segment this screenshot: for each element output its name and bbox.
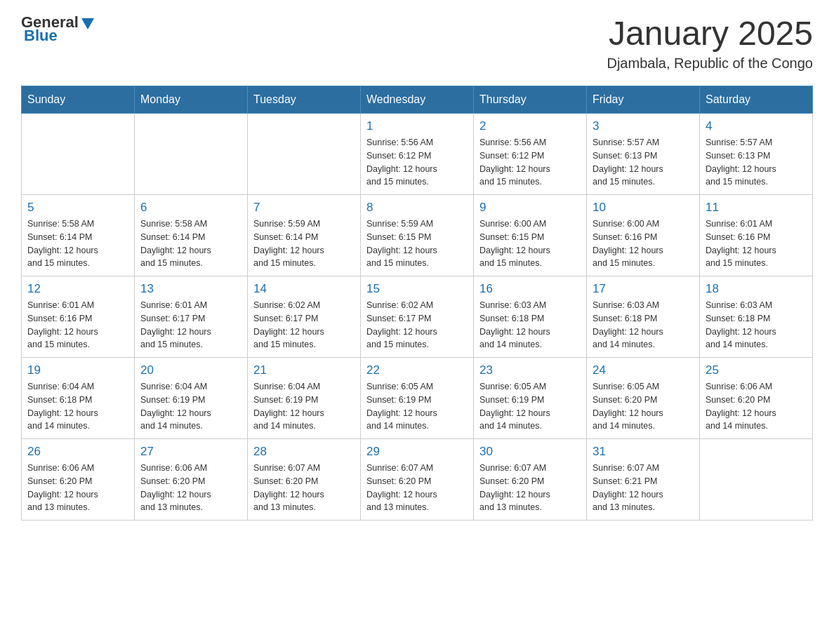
calendar-cell <box>700 439 813 521</box>
calendar-cell <box>135 114 248 195</box>
weekday-header: Monday <box>135 86 248 114</box>
day-number: 19 <box>27 363 128 377</box>
day-number: 22 <box>366 363 468 377</box>
title-section: January 2025 Djambala, Republic of the C… <box>607 14 813 72</box>
day-info: Sunrise: 6:01 AM Sunset: 6:17 PM Dayligh… <box>140 299 241 351</box>
day-number: 15 <box>366 282 468 296</box>
day-info: Sunrise: 6:07 AM Sunset: 6:20 PM Dayligh… <box>479 462 581 514</box>
month-title: January 2025 <box>607 14 813 53</box>
calendar-week-row: 26Sunrise: 6:06 AM Sunset: 6:20 PM Dayli… <box>22 439 813 521</box>
calendar-cell: 4Sunrise: 5:57 AM Sunset: 6:13 PM Daylig… <box>700 114 813 195</box>
day-info: Sunrise: 5:59 AM Sunset: 6:15 PM Dayligh… <box>366 217 468 270</box>
weekday-header: Friday <box>587 86 700 114</box>
day-number: 17 <box>593 282 694 296</box>
day-number: 25 <box>706 363 807 377</box>
day-number: 20 <box>140 363 241 377</box>
weekday-header: Wednesday <box>361 86 474 114</box>
calendar-cell: 8Sunrise: 5:59 AM Sunset: 6:15 PM Daylig… <box>361 195 474 276</box>
weekday-header-row: SundayMondayTuesdayWednesdayThursdayFrid… <box>22 86 813 114</box>
day-info: Sunrise: 6:00 AM Sunset: 6:16 PM Dayligh… <box>593 217 694 270</box>
day-number: 10 <box>593 201 694 215</box>
calendar-cell: 19Sunrise: 6:04 AM Sunset: 6:18 PM Dayli… <box>22 358 135 439</box>
day-number: 11 <box>706 201 807 215</box>
calendar-cell <box>248 114 361 195</box>
day-info: Sunrise: 6:07 AM Sunset: 6:20 PM Dayligh… <box>253 462 355 514</box>
page-header: General Blue January 2025 Djambala, Repu… <box>21 14 813 72</box>
day-info: Sunrise: 6:05 AM Sunset: 6:19 PM Dayligh… <box>366 380 468 433</box>
day-info: Sunrise: 5:57 AM Sunset: 6:13 PM Dayligh… <box>593 136 694 189</box>
day-number: 3 <box>593 119 694 133</box>
calendar-cell: 3Sunrise: 5:57 AM Sunset: 6:13 PM Daylig… <box>587 114 700 195</box>
day-number: 28 <box>253 445 355 459</box>
day-info: Sunrise: 6:00 AM Sunset: 6:15 PM Dayligh… <box>479 217 581 270</box>
calendar-cell: 12Sunrise: 6:01 AM Sunset: 6:16 PM Dayli… <box>22 276 135 358</box>
calendar-cell: 1Sunrise: 5:56 AM Sunset: 6:12 PM Daylig… <box>361 114 474 195</box>
day-info: Sunrise: 5:59 AM Sunset: 6:14 PM Dayligh… <box>253 217 355 270</box>
calendar-cell: 14Sunrise: 6:02 AM Sunset: 6:17 PM Dayli… <box>248 276 361 358</box>
day-number: 4 <box>706 119 807 133</box>
day-number: 13 <box>140 282 241 296</box>
day-info: Sunrise: 6:02 AM Sunset: 6:17 PM Dayligh… <box>253 299 355 351</box>
weekday-header: Tuesday <box>248 86 361 114</box>
day-info: Sunrise: 6:05 AM Sunset: 6:20 PM Dayligh… <box>593 380 694 433</box>
day-info: Sunrise: 5:58 AM Sunset: 6:14 PM Dayligh… <box>27 217 128 270</box>
calendar-week-row: 1Sunrise: 5:56 AM Sunset: 6:12 PM Daylig… <box>22 114 813 195</box>
day-info: Sunrise: 6:07 AM Sunset: 6:20 PM Dayligh… <box>366 462 468 514</box>
calendar-cell: 20Sunrise: 6:04 AM Sunset: 6:19 PM Dayli… <box>135 358 248 439</box>
day-info: Sunrise: 5:56 AM Sunset: 6:12 PM Dayligh… <box>366 136 468 189</box>
calendar-week-row: 5Sunrise: 5:58 AM Sunset: 6:14 PM Daylig… <box>22 195 813 276</box>
calendar-cell: 10Sunrise: 6:00 AM Sunset: 6:16 PM Dayli… <box>587 195 700 276</box>
svg-marker-0 <box>81 18 94 29</box>
day-number: 24 <box>593 363 694 377</box>
day-number: 30 <box>479 445 581 459</box>
calendar-cell: 2Sunrise: 5:56 AM Sunset: 6:12 PM Daylig… <box>474 114 587 195</box>
calendar-cell: 25Sunrise: 6:06 AM Sunset: 6:20 PM Dayli… <box>700 358 813 439</box>
calendar-cell: 18Sunrise: 6:03 AM Sunset: 6:18 PM Dayli… <box>700 276 813 358</box>
calendar-cell: 17Sunrise: 6:03 AM Sunset: 6:18 PM Dayli… <box>587 276 700 358</box>
day-number: 2 <box>479 119 581 133</box>
day-number: 31 <box>593 445 694 459</box>
day-info: Sunrise: 5:56 AM Sunset: 6:12 PM Dayligh… <box>479 136 581 189</box>
day-number: 29 <box>366 445 468 459</box>
day-number: 14 <box>253 282 355 296</box>
calendar-cell <box>22 114 135 195</box>
calendar-cell: 7Sunrise: 5:59 AM Sunset: 6:14 PM Daylig… <box>248 195 361 276</box>
day-number: 27 <box>140 445 241 459</box>
calendar-table: SundayMondayTuesdayWednesdayThursdayFrid… <box>21 86 813 521</box>
day-number: 18 <box>706 282 807 296</box>
day-info: Sunrise: 6:06 AM Sunset: 6:20 PM Dayligh… <box>27 462 128 514</box>
calendar-cell: 29Sunrise: 6:07 AM Sunset: 6:20 PM Dayli… <box>361 439 474 521</box>
day-number: 21 <box>253 363 355 377</box>
day-info: Sunrise: 6:01 AM Sunset: 6:16 PM Dayligh… <box>706 217 807 270</box>
calendar-week-row: 19Sunrise: 6:04 AM Sunset: 6:18 PM Dayli… <box>22 358 813 439</box>
calendar-cell: 9Sunrise: 6:00 AM Sunset: 6:15 PM Daylig… <box>474 195 587 276</box>
day-info: Sunrise: 6:06 AM Sunset: 6:20 PM Dayligh… <box>706 380 807 433</box>
calendar-cell: 28Sunrise: 6:07 AM Sunset: 6:20 PM Dayli… <box>248 439 361 521</box>
day-number: 1 <box>366 119 468 133</box>
calendar-cell: 31Sunrise: 6:07 AM Sunset: 6:21 PM Dayli… <box>587 439 700 521</box>
day-number: 5 <box>27 201 128 215</box>
calendar-cell: 30Sunrise: 6:07 AM Sunset: 6:20 PM Dayli… <box>474 439 587 521</box>
day-info: Sunrise: 6:06 AM Sunset: 6:20 PM Dayligh… <box>140 462 241 514</box>
day-number: 6 <box>140 201 241 215</box>
day-info: Sunrise: 5:58 AM Sunset: 6:14 PM Dayligh… <box>140 217 241 270</box>
day-info: Sunrise: 5:57 AM Sunset: 6:13 PM Dayligh… <box>706 136 807 189</box>
calendar-cell: 13Sunrise: 6:01 AM Sunset: 6:17 PM Dayli… <box>135 276 248 358</box>
calendar-cell: 22Sunrise: 6:05 AM Sunset: 6:19 PM Dayli… <box>361 358 474 439</box>
calendar-cell: 6Sunrise: 5:58 AM Sunset: 6:14 PM Daylig… <box>135 195 248 276</box>
calendar-cell: 15Sunrise: 6:02 AM Sunset: 6:17 PM Dayli… <box>361 276 474 358</box>
day-info: Sunrise: 6:03 AM Sunset: 6:18 PM Dayligh… <box>479 299 581 351</box>
day-number: 16 <box>479 282 581 296</box>
day-info: Sunrise: 6:03 AM Sunset: 6:18 PM Dayligh… <box>706 299 807 351</box>
logo: General Blue <box>21 14 95 43</box>
calendar-week-row: 12Sunrise: 6:01 AM Sunset: 6:16 PM Dayli… <box>22 276 813 358</box>
calendar-cell: 26Sunrise: 6:06 AM Sunset: 6:20 PM Dayli… <box>22 439 135 521</box>
day-info: Sunrise: 6:01 AM Sunset: 6:16 PM Dayligh… <box>27 299 128 351</box>
day-info: Sunrise: 6:04 AM Sunset: 6:19 PM Dayligh… <box>253 380 355 433</box>
day-info: Sunrise: 6:02 AM Sunset: 6:17 PM Dayligh… <box>366 299 468 351</box>
calendar-cell: 11Sunrise: 6:01 AM Sunset: 6:16 PM Dayli… <box>700 195 813 276</box>
logo-triangle-icon <box>80 15 95 31</box>
weekday-header: Sunday <box>22 86 135 114</box>
day-number: 23 <box>479 363 581 377</box>
day-number: 26 <box>27 445 128 459</box>
